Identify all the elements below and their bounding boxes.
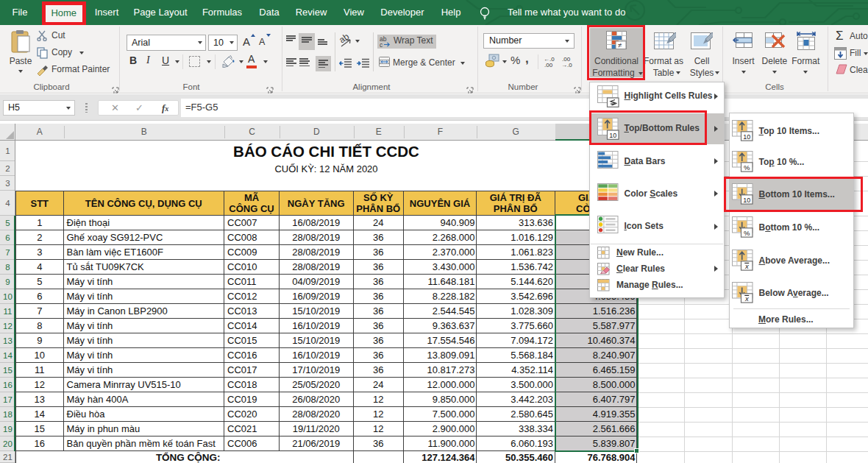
svg-text:.00: .00: [544, 62, 553, 68]
svg-text:10: 10: [743, 132, 750, 140]
svg-text:→.0: →.0: [561, 62, 572, 68]
svg-text:%: %: [744, 163, 750, 172]
svg-text:%: %: [744, 229, 750, 237]
